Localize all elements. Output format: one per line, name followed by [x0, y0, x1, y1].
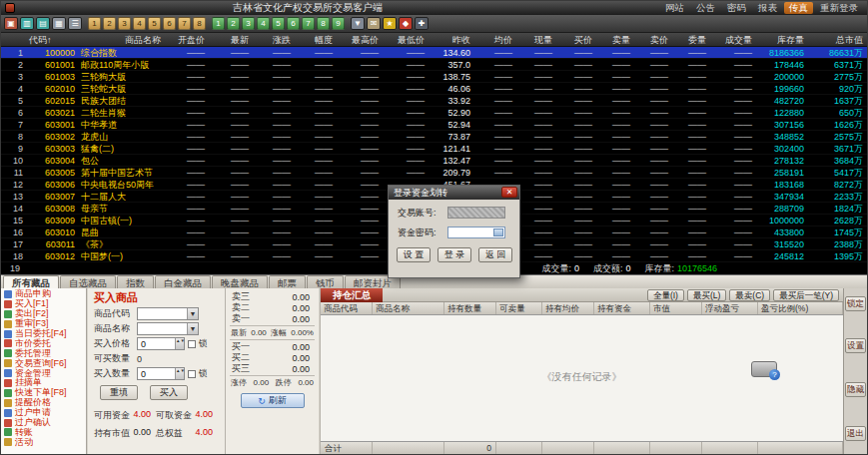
- side-strip-button[interactable]: 隐藏: [845, 382, 866, 397]
- holdings-action-button[interactable]: 全量(I): [647, 289, 684, 301]
- table-row[interactable]: 8 603002 龙虎山 —— —— —— —— —— —— 73.87 —— …: [1, 131, 867, 143]
- holdings-column-header[interactable]: 持有数量: [444, 302, 496, 314]
- price-input[interactable]: 0▲▼: [137, 337, 185, 350]
- grid-icon[interactable]: ▦: [52, 17, 66, 30]
- table-row[interactable]: 11 603005 第十届中国艺术节 —— —— —— —— —— —— 209…: [1, 167, 867, 179]
- column-header[interactable]: 卖价: [634, 33, 672, 46]
- category-tab[interactable]: 邮票: [269, 275, 306, 288]
- holdings-column-header[interactable]: 商品代码: [321, 302, 373, 314]
- toolbar-number-button[interactable]: 3: [242, 17, 255, 30]
- category-tab[interactable]: 所有藏品: [3, 275, 59, 288]
- category-tab[interactable]: 自选藏品: [60, 275, 116, 288]
- holdings-column-header[interactable]: 商品名称: [373, 302, 444, 314]
- buy-button[interactable]: 买入: [150, 385, 188, 400]
- column-header[interactable]: 现量: [516, 33, 556, 46]
- dialog-button[interactable]: 返 回: [478, 247, 512, 262]
- column-header[interactable]: 开盘价: [165, 33, 209, 46]
- toolbar-number-button[interactable]: 1: [88, 17, 101, 30]
- column-header[interactable]: 商品名称: [79, 33, 165, 46]
- column-header[interactable]: 幅度: [295, 33, 337, 46]
- name-combobox[interactable]: ▼: [137, 322, 199, 335]
- column-header[interactable]: 卖量: [596, 33, 634, 46]
- toolbar-number-button[interactable]: 7: [178, 17, 191, 30]
- category-tab[interactable]: 白金藏品: [155, 275, 211, 288]
- column-header[interactable]: 最新: [209, 33, 253, 46]
- chevron-down-icon[interactable]: ▼: [187, 323, 198, 334]
- side-strip-button[interactable]: 锁定: [845, 296, 866, 311]
- holdings-column-header[interactable]: 市值: [650, 302, 702, 314]
- refresh-button[interactable]: ↻刷新: [241, 393, 305, 408]
- list-icon[interactable]: ☰: [68, 17, 82, 30]
- spinner-arrows-icon[interactable]: ▲▼: [175, 368, 184, 379]
- column-header[interactable]: 委量: [672, 33, 710, 46]
- title-menu-item[interactable]: 网站: [660, 2, 689, 14]
- column-header[interactable]: 均价: [474, 33, 516, 46]
- toolbar-number-button[interactable]: 1: [212, 17, 225, 30]
- toolbar-number-button[interactable]: 6: [163, 17, 176, 30]
- table-row[interactable]: 1 100000 综合指数 —— —— —— —— —— —— 134.60 —…: [1, 47, 867, 59]
- toolbar-number-button[interactable]: 9: [332, 17, 345, 30]
- title-menu-item[interactable]: 重新登录: [815, 2, 863, 14]
- kline-chart-icon[interactable]: ▥: [20, 17, 34, 30]
- table-row[interactable]: 10 603004 包公 —— —— —— —— —— —— 132.47 ——…: [1, 155, 867, 167]
- chevron-down-icon[interactable]: ▼: [187, 308, 198, 319]
- soft-keyboard-icon[interactable]: [493, 228, 503, 236]
- dialog-button[interactable]: 登 录: [437, 247, 471, 262]
- title-menu-item[interactable]: 公告: [691, 2, 720, 14]
- toolbar-number-button[interactable]: 4: [133, 17, 146, 30]
- toolbar-number-button[interactable]: 7: [302, 17, 315, 30]
- side-strip-button[interactable]: 退出: [845, 426, 866, 441]
- title-menu-item[interactable]: 密码: [722, 2, 751, 14]
- table-row[interactable]: 2 601001 邮政110周年小版 —— —— —— —— —— —— 357…: [1, 59, 867, 71]
- holdings-action-button[interactable]: 最卖(C): [729, 289, 770, 301]
- app-icon[interactable]: ▣: [4, 17, 18, 30]
- dialog-button[interactable]: 设 置: [397, 247, 431, 262]
- table-row[interactable]: 6 603021 二轮生肖猴 —— —— —— —— —— —— 52.90 —…: [1, 107, 867, 119]
- reset-button[interactable]: 重填: [100, 385, 138, 400]
- qty-lock-checkbox[interactable]: [188, 370, 196, 378]
- help-widget-icon[interactable]: ?: [751, 361, 777, 377]
- title-menu-item[interactable]: 报表: [753, 2, 782, 14]
- column-header[interactable]: 最低价: [383, 33, 429, 46]
- code-combobox[interactable]: ▼: [137, 307, 199, 320]
- column-header[interactable]: 最高价: [337, 33, 383, 46]
- column-header[interactable]: 买价: [556, 33, 596, 46]
- qty-input[interactable]: 0▲▼: [137, 367, 185, 380]
- sidebar-item[interactable]: 活动: [4, 437, 86, 447]
- tools-icon[interactable]: ✚: [415, 17, 429, 30]
- spinner-arrows-icon[interactable]: ▲▼: [175, 338, 184, 349]
- account-value-masked[interactable]: [447, 207, 505, 219]
- toolbar-number-button[interactable]: 5: [148, 17, 161, 30]
- holdings-tab[interactable]: 持仓汇总: [321, 288, 383, 302]
- column-header[interactable]: 成交量: [710, 33, 756, 46]
- toolbar-number-button[interactable]: 6: [287, 17, 300, 30]
- title-menu-item[interactable]: 传真: [784, 2, 813, 14]
- bar-chart-icon[interactable]: ▤: [36, 17, 50, 30]
- holdings-action-button[interactable]: 最买后一笔(Y): [773, 289, 839, 301]
- side-strip-button[interactable]: 设置: [845, 338, 866, 353]
- toolbar-number-button[interactable]: 3: [118, 17, 131, 30]
- price-lock-checkbox[interactable]: [188, 340, 196, 348]
- toolbar-number-button[interactable]: 2: [227, 17, 240, 30]
- holdings-column-header[interactable]: 持有资金: [594, 302, 650, 314]
- toolbar-number-button[interactable]: 4: [257, 17, 270, 30]
- column-header[interactable]: 库存量: [756, 33, 808, 46]
- table-row[interactable]: 4 602010 三轮蛇大版 —— —— —— —— —— —— 46.06 —…: [1, 83, 867, 95]
- column-header[interactable]: 代码↑: [27, 33, 79, 46]
- save-icon[interactable]: ▼: [351, 17, 365, 30]
- category-tab[interactable]: 钱币: [307, 275, 344, 288]
- toolbar-number-button[interactable]: 8: [193, 17, 206, 30]
- table-row[interactable]: 5 602015 民族大团结 —— —— —— —— —— —— 33.92 —…: [1, 95, 867, 107]
- toolbar-number-button[interactable]: 2: [103, 17, 116, 30]
- alert-icon[interactable]: ◆: [399, 17, 413, 30]
- table-row[interactable]: 3 601003 三轮狗大版 —— —— —— —— —— —— 138.75 …: [1, 71, 867, 83]
- column-header[interactable]: 涨跌: [253, 33, 295, 46]
- password-input[interactable]: [447, 227, 505, 238]
- close-icon[interactable]: ✕: [501, 187, 517, 198]
- category-tab[interactable]: 晚盘藏品: [212, 275, 268, 288]
- table-row[interactable]: 9 603003 猛禽(二) —— —— —— —— —— —— 121.41 …: [1, 143, 867, 155]
- holdings-column-header[interactable]: 可卖量: [496, 302, 542, 314]
- holdings-column-header[interactable]: 持有均价: [542, 302, 594, 314]
- toolbar-number-button[interactable]: 8: [317, 17, 330, 30]
- column-header[interactable]: 昨收: [429, 33, 474, 46]
